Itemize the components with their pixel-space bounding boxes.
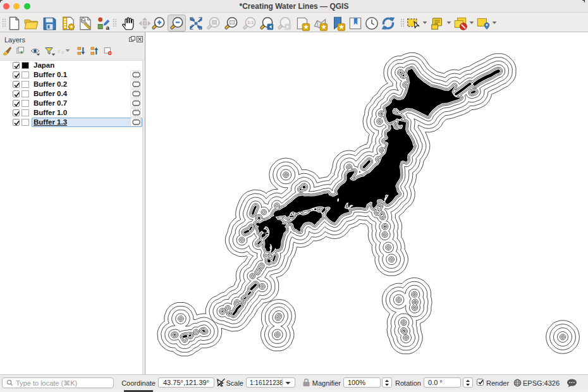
svg-text:a: a bbox=[106, 24, 110, 31]
svg-text:ε: ε bbox=[58, 47, 61, 54]
svg-text:1:1: 1:1 bbox=[247, 20, 254, 25]
